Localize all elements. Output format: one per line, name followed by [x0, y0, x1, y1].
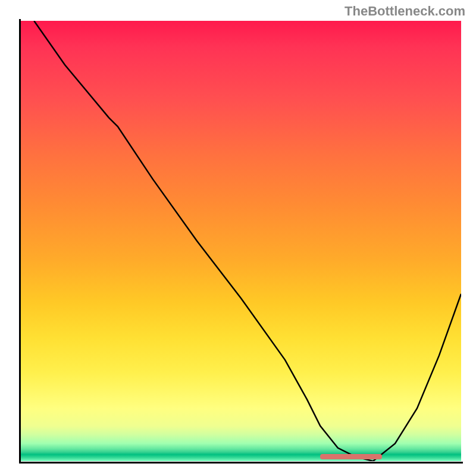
chart-container — [21, 21, 461, 461]
optimal-range-marker — [320, 454, 382, 459]
y-axis — [19, 19, 21, 464]
watermark-text: TheBottleneck.com — [345, 4, 465, 19]
x-axis — [19, 462, 463, 464]
bottleneck-curve — [21, 21, 461, 461]
